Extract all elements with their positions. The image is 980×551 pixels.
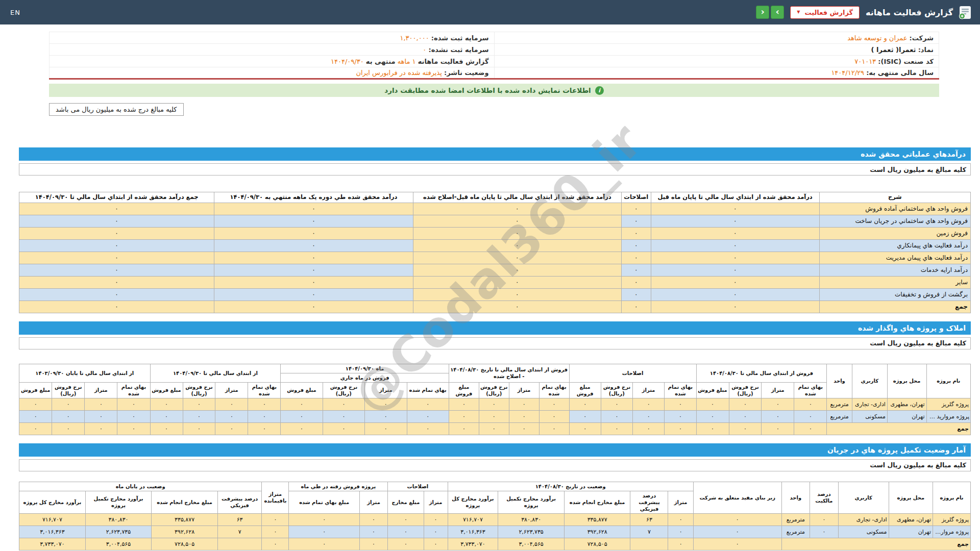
column-header: نرخ فروش (ريال) xyxy=(52,382,85,398)
field-label: نماد: xyxy=(918,46,934,54)
value-cell: ۳۹۲,۶۲۸ xyxy=(152,525,218,538)
row-label: جمع xyxy=(781,538,970,550)
value-cell: ۰ xyxy=(323,422,364,435)
value-cell: ۰ xyxy=(621,264,651,276)
value-cell: ۰ xyxy=(388,513,424,525)
column-header: بهاي تمام شده xyxy=(539,382,569,398)
table-row: درآمد فعاليت هاي پيمان مديريت۰۰۰۰۰ xyxy=(19,252,971,264)
column-header: نرخ فروش (ريال) xyxy=(323,382,364,398)
value-cell: ۰ xyxy=(621,252,651,264)
value-cell: ۰ xyxy=(413,227,621,239)
value-cell: ۰ xyxy=(668,513,693,525)
value-cell: ۳۸۰,۸۳۰ xyxy=(498,513,565,525)
value-cell: ۰ xyxy=(214,264,413,276)
value-cell: ۰ xyxy=(479,398,509,410)
column-header: نام پروژه xyxy=(933,482,971,513)
row-label: درآمد فعاليت هاي پيمان مديريت xyxy=(819,252,970,264)
chevron-down-icon: ▼ xyxy=(797,10,800,14)
column-header: اصلاحات xyxy=(621,192,651,203)
value-cell: ۰ xyxy=(359,538,388,550)
row-label: جمع xyxy=(819,300,970,313)
value-cell: ۰ xyxy=(85,398,117,410)
value-cell xyxy=(217,538,261,550)
column-header: بهاي تمام شده xyxy=(794,382,827,398)
table-row: ساير۰۰۰۰۰ xyxy=(19,276,971,288)
column-header: ماه ۱۴۰۴/۰۹/۳۰ xyxy=(281,364,449,373)
transferred-projects-table: نام پروژهمحل پروژهکاربريواحدفروش از ابتد… xyxy=(19,364,971,435)
value-cell: ۰ xyxy=(449,398,479,410)
row-label: جمع xyxy=(827,422,971,435)
prev-report-button[interactable]: ‹ xyxy=(756,6,769,19)
value-cell: ۰ xyxy=(651,300,819,313)
column-header: مبلغ مخارج انجام شده xyxy=(152,491,218,513)
column-header: برآورد مخارج تکميل پروژه xyxy=(498,491,565,513)
value-cell: ۶۳ xyxy=(217,513,261,525)
registered-capital-field: سرمایه ثبت شده: ۱,۳۰۰,۰۰۰ xyxy=(50,32,495,44)
column-header: بهاي تمام شده xyxy=(117,382,150,398)
next-report-button[interactable]: › xyxy=(771,6,784,19)
value-cell: ۰ xyxy=(323,398,364,410)
value-cell: ۰ xyxy=(794,410,827,422)
row-label: فروش زمين xyxy=(819,227,970,239)
table-row: فروش زمين۰۰۰۰۰ xyxy=(19,227,971,239)
table-row: فروش واحد هاي ساختماني در جريان ساخت۰۰۰۰… xyxy=(19,215,971,227)
column-header: برآورد مخارج تکميل پروژه xyxy=(85,491,152,513)
value-cell: ۰ xyxy=(85,422,117,435)
field-label: وضعیت ناشر: xyxy=(444,69,488,77)
value-cell: مترمربع xyxy=(827,398,852,410)
value-cell: ۳۳۵,۸۷۷ xyxy=(564,513,630,525)
header-row: شرحدرآمد محقق شده از ابتداي سال مالي تا … xyxy=(19,192,971,203)
value-cell: ۰ xyxy=(323,410,364,422)
page-title: گزارش فعالیت ماهانه xyxy=(866,8,953,17)
report-type-dropdown[interactable]: گزارش فعالیت ▼ xyxy=(790,6,860,19)
row-label: پروژه گلریز xyxy=(933,513,971,525)
column-header: کاربري xyxy=(852,364,887,398)
value-cell: ۰ xyxy=(19,288,214,300)
table-row: جمع۰۰۰۰۰ xyxy=(19,300,971,313)
value-cell: ۰ xyxy=(183,398,215,410)
value-cell: ۰ xyxy=(449,410,479,422)
value-cell: ۰ xyxy=(665,422,696,435)
column-header: برآورد مخارج کل پروژه xyxy=(448,491,498,513)
info-row: کد صنعت (ISIC): ۷۰۱۰۱۳ گزارش فعالیت ماها… xyxy=(50,56,939,67)
period-end-date: ۱۴۰۴/۰۹/۳۰ xyxy=(331,58,364,65)
value-cell: ۰ xyxy=(214,276,413,288)
codal-report-logo-icon[interactable] xyxy=(958,5,973,20)
row-label: فروش واحد هاي ساختماني در جريان ساخت xyxy=(819,215,970,227)
table-row: پروژه گلریزتهران، مطهریاداری- تجاریمترمر… xyxy=(19,398,971,410)
column-header: نرخ فروش (ريال) xyxy=(729,382,762,398)
column-header: متراژ باقيمانده xyxy=(262,482,289,513)
row-label: برگشت از فروش و تخفيفات xyxy=(819,288,970,300)
language-toggle[interactable]: EN xyxy=(7,9,23,16)
value-cell: ۰ xyxy=(52,398,85,410)
value-cell: ۳,۰۱۶,۳۶۳ xyxy=(448,525,498,538)
row-label: تهران xyxy=(889,525,933,538)
value-cell: ۰ xyxy=(262,538,289,550)
value-cell: ۰ xyxy=(762,398,794,410)
value-cell: ۰ xyxy=(651,239,819,252)
row-label: ساير xyxy=(819,276,970,288)
column-header: درصد پيشرفت فيزيکي xyxy=(630,491,668,513)
company-name: عمران و توسعه شاهد xyxy=(847,34,907,42)
column-header: فروش از ابتداي سال مالي تا تاريخ ۱۴۰۴/۰۸… xyxy=(449,364,569,382)
row-label: مسکونی xyxy=(852,410,887,422)
column-header: نام پروژه xyxy=(926,364,971,398)
value-cell: ۰ xyxy=(117,398,150,410)
amounts-note: کلیه مبالغ درج شده به میلیون ریال می باش… xyxy=(49,103,184,116)
value-cell: ۰ xyxy=(19,398,52,410)
value-cell: ۰ xyxy=(668,538,693,550)
value-cell: ۰ xyxy=(762,410,794,422)
value-cell: ۰ xyxy=(794,422,827,435)
column-header: متراژ xyxy=(215,382,248,398)
value-cell: ۰ xyxy=(569,398,601,410)
value-cell: ۰ xyxy=(729,422,762,435)
value-cell: ۰ xyxy=(651,203,819,215)
column-header: درصد پيشرفت فيزيکي xyxy=(217,491,261,513)
column-header: از ابتداي سال مالي تا ۱۴۰۴/۰۹/۳۰ xyxy=(150,364,281,382)
value-cell: ۰ xyxy=(665,410,696,422)
value-cell: ۰ xyxy=(388,525,424,538)
value-cell: ۰ xyxy=(413,276,621,288)
header-row: نام پروژهمحل پروژهکاربريواحدفروش از ابتد… xyxy=(19,364,971,373)
value-cell: ۰ xyxy=(117,410,150,422)
table-row: فروش واحد هاي ساختماني آماده فروش۰۰۰۰۰ xyxy=(19,203,971,215)
